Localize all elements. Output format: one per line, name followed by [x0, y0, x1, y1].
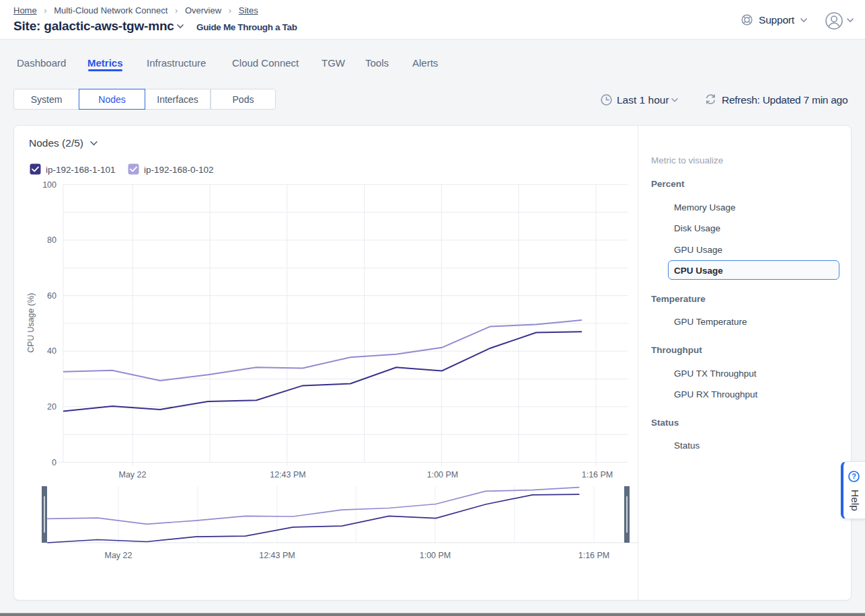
svg-text:?: ?	[852, 472, 856, 480]
